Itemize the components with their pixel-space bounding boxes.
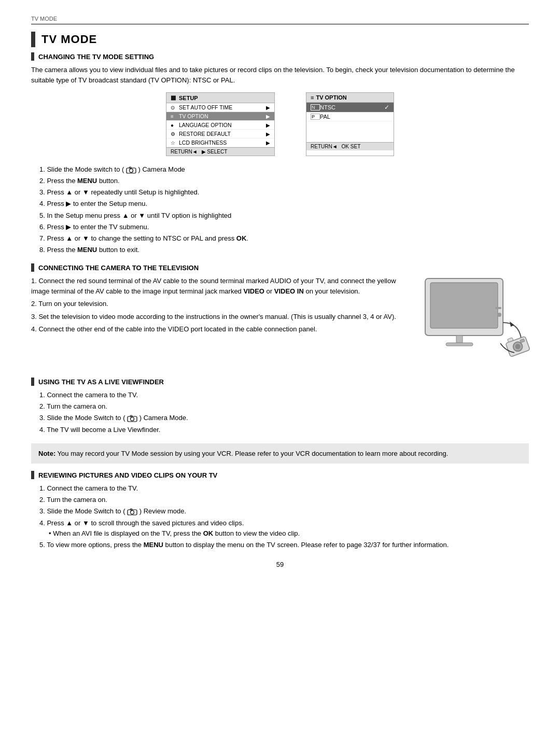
note-text: Note: You may record your TV Mode sessio… [38, 450, 448, 457]
menu-bold-1: MENU [77, 177, 97, 185]
pal-icon: P [311, 114, 320, 120]
lang-icon: ● [171, 122, 179, 128]
step2-4: 4. Connect the other end of the cable in… [31, 324, 404, 334]
restore-arrow: ▶ [266, 131, 270, 137]
section1-heading: CHANGING THE TV MODE SETTING [31, 52, 529, 61]
step4-4-sub: • When an AVI file is displayed on the T… [49, 529, 300, 537]
step1-6: 6. Press ▶ to enter the TV submenu. [39, 222, 529, 232]
tvoption-row-pal: P PAL [306, 113, 394, 121]
tvoption-spacer [306, 121, 394, 142]
step1-7: 7. Press ▲ or ▼ to change the setting to… [39, 233, 529, 244]
svg-rect-17 [130, 415, 132, 417]
setup-row-3: ● LANGUAGE OPTION ▶ [166, 121, 274, 130]
camera-mode-icon-2 [127, 415, 137, 422]
setup-icon: ▦ [171, 94, 176, 101]
svg-marker-9 [510, 322, 514, 327]
svg-rect-20 [130, 509, 132, 510]
svg-point-16 [131, 417, 134, 421]
step1-8: 8. Press the MENU button to exit. [39, 245, 529, 255]
menu-bold-2: MENU [77, 246, 97, 254]
menu-bold-3: MENU [144, 541, 163, 549]
section2-steps: 1. Connect the red sound terminal of the… [31, 276, 404, 334]
note-box: Note: You may record your TV Mode sessio… [31, 443, 529, 464]
auto-off-arrow: ▶ [266, 105, 270, 110]
video-bold-1: VIDEO [243, 287, 264, 295]
step2-1: 1. Connect the red sound terminal of the… [31, 276, 404, 297]
step4-3: 3. Slide the Mode Switch to ( ) Review m… [39, 506, 529, 516]
step1-2: 2. Press the MENU button. [39, 176, 529, 186]
pal-label: PAL [320, 114, 389, 120]
ntsc-check: ✓ [384, 104, 389, 111]
section4-steps: 1. Connect the camera to the TV. 2. Turn… [39, 483, 529, 550]
page-title: TV MODE [41, 32, 97, 47]
page-header: TV MODE [31, 16, 529, 24]
section3-heading-bar [31, 378, 34, 386]
svg-point-1 [129, 169, 133, 172]
svg-rect-5 [456, 336, 463, 343]
section2-content: 1. Connect the red sound terminal of the… [31, 276, 529, 369]
setup-row-2: ≡ TV OPTION ▶ [166, 112, 274, 121]
restore-icon: ⚙ [171, 131, 179, 137]
ok-bold-2: OK [203, 529, 214, 537]
setup-footer-return: RETURN◄ [171, 149, 198, 155]
setup-footer-select: ▶ SELECT [202, 149, 228, 155]
tvoption-row-ntsc: N NTSC ✓ [306, 103, 394, 113]
note-bold: Note: [38, 450, 55, 457]
ok-bold-1: OK [236, 234, 247, 242]
setup-title: SETUP [179, 95, 198, 101]
step4-5: 5. To view more options, press the MENU … [39, 540, 529, 550]
step4-4: 4. Press ▲ or ▼ to scroll through the sa… [39, 518, 529, 539]
step1-3: 3. Press ▲ or ▼ repeatedly until Setup i… [39, 187, 529, 198]
page-number: 59 [31, 561, 529, 568]
setup-row-1: ⊙ SET AUTO OFF TIME ▶ [166, 103, 274, 112]
tvoption-footer-return: RETURN◄ [311, 144, 338, 149]
lang-label: LANGUAGE OPTION [179, 122, 266, 128]
tv-option-label: TV OPTION [179, 113, 266, 119]
svg-rect-6 [446, 343, 473, 346]
step3-4: 4. The TV will become a Live Viewfinder. [39, 425, 529, 435]
setup-menu-footer: RETURN◄ ▶ SELECT [166, 147, 274, 156]
step3-2: 2. Turn the camera on. [39, 401, 529, 412]
tv-option-arrow: ▶ [266, 114, 270, 119]
step1-5: 5. In the Setup menu press ▲ or ▼ until … [39, 211, 529, 221]
section2-steps-col: 1. Connect the red sound terminal of the… [31, 276, 404, 369]
step2-2: 2. Turn on your television. [31, 299, 404, 309]
tvoption-title: TV OPTION [316, 94, 346, 101]
tvoption-menu-header: ≡ TV OPTION [306, 93, 394, 103]
section-reviewing: REVIEWING PICTURES AND VIDEO CLIPS ON YO… [31, 471, 529, 550]
tvoption-header-icon: ≡ [311, 94, 314, 101]
svg-rect-7 [495, 307, 501, 309]
setup-menu-header: ▦ SETUP [166, 93, 274, 103]
step3-1: 1. Connect the camera to the TV. [39, 390, 529, 400]
section1-body: The camera allows you to view individual… [31, 65, 529, 85]
svg-point-19 [131, 511, 134, 514]
title-bar [31, 32, 35, 47]
step4-2: 2. Turn the camera on. [39, 495, 529, 505]
lcd-arrow: ▶ [266, 140, 270, 146]
tv-option-icon: ≡ [171, 114, 179, 119]
step3-3: 3. Slide the Mode Switch to ( ) Camera M… [39, 413, 529, 423]
svg-rect-2 [129, 167, 131, 169]
menu-screenshots: ▦ SETUP ⊙ SET AUTO OFF TIME ▶ ≡ TV OPTIO… [31, 92, 529, 156]
svg-rect-4 [430, 283, 498, 328]
section-connecting: CONNECTING THE CAMERA TO THE TELEVISION … [31, 263, 529, 369]
tvoption-menu-box: ≡ TV OPTION N NTSC ✓ P PAL RETURN◄ OK SE… [306, 92, 394, 156]
step1-4: 4. Press ▶ to enter the Setup menu. [39, 199, 529, 209]
restore-label: RESTORE DEFAULT [179, 131, 266, 137]
section2-heading: CONNECTING THE CAMERA TO THE TELEVISION [31, 263, 529, 272]
section-live-viewfinder: USING THE TV AS A LIVE VIEWFINDER 1. Con… [31, 378, 529, 435]
step2-3: 3. Set the television to video mode acco… [31, 312, 404, 322]
setup-row-5: ☆ LCD BRIGHTNESS ▶ [166, 138, 274, 147]
section1-heading-bar [31, 52, 34, 61]
tvoption-footer-set: OK SET [342, 144, 361, 149]
ntsc-icon: N [311, 104, 320, 110]
section3-steps: 1. Connect the camera to the TV. 2. Turn… [39, 390, 529, 435]
step1-1: 1. Slide the Mode switch to ( ) Camera M… [39, 164, 529, 175]
title-row: TV MODE [31, 32, 529, 47]
section3-heading: USING THE TV AS A LIVE VIEWFINDER [31, 378, 529, 386]
step4-1: 1. Connect the camera to the TV. [39, 483, 529, 494]
tvoption-menu-footer: RETURN◄ OK SET [306, 142, 394, 150]
lcd-icon: ☆ [171, 140, 179, 146]
svg-point-8 [497, 313, 501, 317]
review-mode-icon [127, 508, 137, 515]
